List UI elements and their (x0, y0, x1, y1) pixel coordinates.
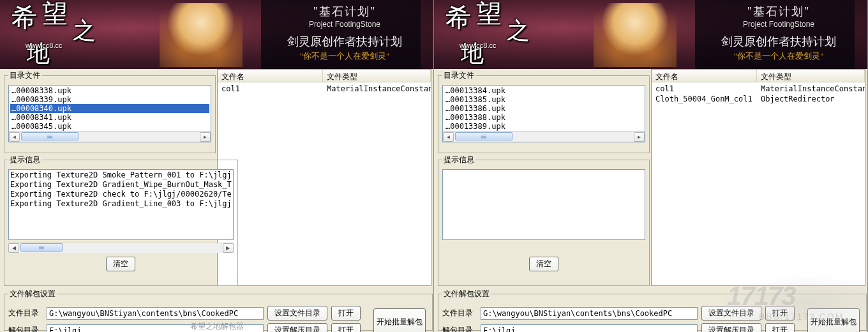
unpack-settings-group: 文件解包设置 文件目录 设置文件目录 打开 解包目录 设置解压目录 打开 开始批… (438, 289, 867, 331)
list-item[interactable]: …00008345.upk (10, 122, 209, 131)
log-line: Exporting Texture2D check to F:\jlgj/000… (10, 190, 232, 199)
log-line: Exporting Texture2D Gradient_Wipe_BurnOu… (10, 180, 232, 190)
scroll-right-icon[interactable]: ▶ (634, 132, 645, 142)
dir-files-group: 目录文件 …00008338.upk…00008339.upk…00008340… (4, 70, 216, 153)
list-item[interactable]: …00013389.upk (444, 122, 643, 131)
hscrollbar[interactable]: ◀ ▶ (9, 131, 211, 142)
list-item[interactable]: …00008338.upk (10, 86, 209, 95)
settings-legend: 文件解包设置 (442, 289, 491, 299)
hscrollbar[interactable]: ◀ ▶ (8, 243, 234, 253)
file-dir-label: 文件目录 (8, 308, 43, 319)
log-line: Exporting Texture2D Smoke_Pattern_001 to… (10, 170, 232, 180)
dir-files-group: 目录文件 …00013384.upk…00013385.upk…00013386… (438, 70, 650, 153)
col-filetype[interactable]: 文件类型 (323, 70, 431, 82)
site-url: www.cc8.cc (460, 42, 496, 49)
col-filetype[interactable]: 文件类型 (757, 70, 865, 82)
unpack-dir-input[interactable] (481, 324, 698, 333)
tip-group: 提示信息 Exporting Texture2D Smoke_Pattern_0… (4, 155, 238, 286)
scroll-right-icon[interactable]: ▶ (223, 243, 234, 253)
file-dir-label: 文件目录 (442, 308, 477, 319)
dir-files-legend: 目录文件 (442, 70, 475, 81)
unpack-dir-label: 解包目录 (442, 325, 477, 332)
slogan: "基石计划" Project FootingStone 剑灵原创作者扶持计划 "… (271, 4, 418, 62)
site-url: www.cc8.cc (26, 42, 62, 49)
left-panel: 希 望 之 地 www.cc8.cc "基石计划" Project Footin… (0, 0, 434, 332)
set-unpack-dir-button[interactable]: 设置解压目录 (701, 323, 761, 332)
table-row[interactable]: Cloth_50004_GonM_col1ObjectRedirector (652, 94, 865, 104)
footer-text: 希望之地解包器 (190, 321, 244, 332)
open-file-dir-button[interactable]: 打开 (765, 306, 795, 321)
col-filename[interactable]: 文件名 (652, 70, 757, 82)
file-table[interactable]: 文件名 文件类型 col1MaterialInstanceConstantClo… (651, 69, 865, 286)
open-file-dir-button[interactable]: 打开 (331, 306, 361, 321)
open-unpack-dir-button[interactable]: 打开 (765, 323, 795, 332)
logo: 希 望 之 地 www.cc8.cc (445, 5, 528, 54)
set-file-dir-button[interactable]: 设置文件目录 (701, 306, 761, 321)
content-area: 目录文件 …00013384.upk…00013385.upk…00013386… (434, 69, 867, 332)
slogan: "基石计划" Project FootingStone 剑灵原创作者扶持计划 "… (705, 4, 852, 62)
list-item[interactable]: …00008339.upk (10, 95, 209, 104)
clear-button[interactable]: 清空 (529, 257, 558, 271)
right-panel: 希 望 之 地 www.cc8.cc "基石计划" Project Footin… (434, 0, 868, 332)
dir-files-legend: 目录文件 (8, 70, 41, 81)
list-item[interactable]: …00008341.upk (10, 113, 209, 122)
content-area: 目录文件 …00008338.upk…00008339.upk…00008340… (0, 69, 433, 332)
set-unpack-dir-button[interactable]: 设置解压目录 (267, 323, 327, 332)
log-textbox[interactable]: Exporting Texture2D Smoke_Pattern_001 to… (8, 169, 234, 240)
tip-legend: 提示信息 (442, 155, 475, 165)
unpack-dir-label: 解包目录 (8, 325, 43, 332)
settings-legend: 文件解包设置 (8, 289, 57, 299)
table-row[interactable]: col1MaterialInstanceConstant (652, 84, 865, 94)
banner: 希 望 之 地 www.cc8.cc "基石计划" Project Footin… (434, 0, 867, 69)
logo: 希 望 之 地 www.cc8.cc (11, 5, 94, 54)
col-filename[interactable]: 文件名 (218, 70, 323, 82)
table-header: 文件名 文件类型 (218, 70, 431, 82)
file-dir-input[interactable] (481, 307, 698, 320)
tip-group: 提示信息 ◀▶ 清空 (438, 155, 650, 286)
list-item[interactable]: …00013384.upk (444, 86, 643, 95)
scroll-left-icon[interactable]: ◀ (8, 243, 19, 253)
log-textbox[interactable] (442, 169, 645, 240)
table-row[interactable]: col1MaterialInstanceConstant (218, 84, 431, 94)
file-dir-input[interactable] (47, 307, 264, 320)
list-item[interactable]: …00013388.upk (444, 113, 643, 122)
clear-button[interactable]: 清空 (106, 257, 135, 271)
start-batch-unpack-button[interactable]: 开始批量解包 (373, 308, 426, 332)
file-listbox[interactable]: …00013384.upk…00013385.upk…00013386.upk…… (442, 85, 645, 142)
open-unpack-dir-button[interactable]: 打开 (331, 323, 361, 332)
file-listbox[interactable]: …00008338.upk…00008339.upk…00008340.upk…… (8, 85, 211, 142)
start-batch-unpack-button[interactable]: 开始批量解包 (807, 308, 860, 332)
banner: 希 望 之 地 www.cc8.cc "基石计划" Project Footin… (0, 0, 433, 69)
list-item[interactable]: …00008340.upk (10, 104, 209, 113)
scroll-left-icon[interactable]: ◀ (443, 132, 454, 142)
scroll-left-icon[interactable]: ◀ (9, 132, 20, 142)
scroll-right-icon[interactable]: ▶ (200, 132, 211, 142)
hscrollbar[interactable]: ◀ ▶ (443, 131, 645, 142)
table-header: 文件名 文件类型 (652, 70, 865, 82)
list-item[interactable]: …00013385.upk (444, 95, 643, 104)
file-table[interactable]: 文件名 文件类型 col1MaterialInstanceConstant (217, 69, 431, 286)
tip-legend: 提示信息 (8, 155, 41, 165)
log-line: Exporting Texture2D Gradient_Line_003 to… (10, 199, 232, 209)
set-file-dir-button[interactable]: 设置文件目录 (267, 306, 327, 321)
list-item[interactable]: …00013386.upk (444, 104, 643, 113)
